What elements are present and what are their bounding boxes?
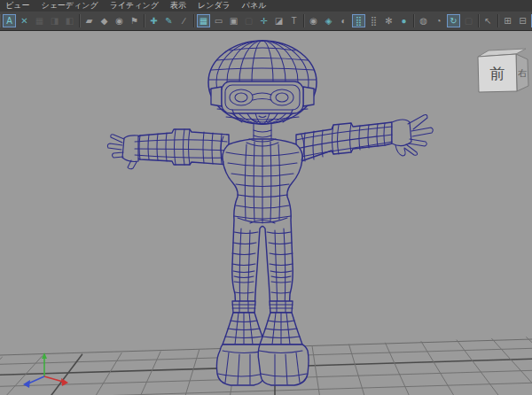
snap-curve-icon[interactable]: ◨: [48, 14, 61, 27]
left-boot: [216, 301, 266, 385]
toolbar-group: ▰◆◉⚑: [80, 14, 145, 27]
texture-grid-off-icon[interactable]: ⣿: [367, 14, 380, 27]
panel-menu-bar: ビュー シェーディング ライティング 表示 レンダラ パネル: [0, 0, 532, 12]
select-camera-icon[interactable]: ▰: [82, 14, 96, 27]
exposure-toggle-icon[interactable]: ↻: [447, 14, 460, 27]
toolbar-group: ◉◈◐⣿⣿✻●: [304, 14, 414, 27]
menu-show[interactable]: 表示: [170, 0, 186, 12]
layout-four-pane-icon[interactable]: ⊟: [516, 14, 529, 27]
wheel-display-icon[interactable]: ◉: [307, 14, 320, 27]
layout-single-pane-icon[interactable]: ⊞: [501, 14, 514, 27]
toolbar-group: ↖: [479, 14, 498, 27]
marquee-select-icon[interactable]: ✕: [18, 14, 31, 27]
camera-attributes-icon[interactable]: ◉: [113, 14, 126, 27]
texture-grid-on-icon[interactable]: ⣿: [352, 14, 365, 27]
select-highlight-toggle[interactable]: A: [3, 14, 16, 27]
default-material-icon[interactable]: ◈: [322, 14, 335, 27]
menu-lighting[interactable]: ライティング: [110, 0, 159, 12]
toolbar-group: A✕▦◨◧: [0, 14, 80, 27]
right-boot: [258, 301, 309, 385]
torso-and-legs: [221, 135, 304, 312]
menu-shading[interactable]: シェーディング: [41, 0, 98, 12]
plane-mode-icon[interactable]: ◔: [432, 14, 445, 27]
lighting-display-icon[interactable]: ▢: [242, 14, 255, 27]
camera-pan-icon[interactable]: ◆: [98, 14, 111, 27]
field-chart-icon[interactable]: T: [287, 14, 301, 27]
view-cube-front-label: 前: [490, 66, 505, 82]
shadow-display-icon[interactable]: ◐: [337, 14, 350, 27]
bookmark-icon[interactable]: ⚑: [128, 14, 141, 27]
gamma-toggle-icon[interactable]: ▢: [462, 14, 475, 27]
maya-viewport-panel: ビュー シェーディング ライティング 表示 レンダラ パネル A✕▦◨◧▰◆◉⚑…: [0, 0, 532, 395]
resolution-gate-icon[interactable]: ✛: [257, 14, 270, 27]
menu-view[interactable]: ビュー: [5, 0, 29, 12]
menu-panels[interactable]: パネル: [242, 0, 267, 12]
pencil-slash-icon[interactable]: ∕: [177, 14, 191, 27]
textured-display-icon[interactable]: ▣: [227, 14, 240, 27]
toolbar-group: ⊞⊟✎: [498, 14, 532, 27]
film-gate-icon[interactable]: ◪: [272, 14, 286, 27]
image-plane-icon[interactable]: ✚: [147, 14, 160, 27]
toolbar-group: ◍◔↻▢: [414, 14, 479, 27]
use-all-lights-icon[interactable]: ✻: [382, 14, 395, 27]
panel-toolbar: A✕▦◨◧▰◆◉⚑✚✎∕▦▭▣▢✛◪T◉◈◐⣿⣿✻●◍◔↻▢↖⊞⊟✎↺0.00◑: [0, 12, 532, 31]
axis-gizmo: [23, 352, 68, 388]
menu-renderer[interactable]: レンダラ: [198, 0, 231, 12]
view-cube[interactable]: 前 右: [475, 48, 532, 97]
isolate-select-icon[interactable]: ◍: [417, 14, 430, 27]
shaded-display-icon[interactable]: ▭: [212, 14, 225, 27]
snap-grid-icon[interactable]: ▦: [33, 14, 46, 27]
snap-point-icon[interactable]: ◧: [63, 14, 76, 27]
grease-pencil-icon[interactable]: ✎: [162, 14, 176, 27]
wireframe-display-icon[interactable]: ▦: [197, 14, 210, 27]
left-arm: [107, 129, 229, 169]
xray-display-icon[interactable]: ●: [397, 14, 411, 27]
right-arm: [296, 114, 433, 163]
toolbar-group: ✚✎∕: [145, 14, 194, 27]
view-cube-side-label: 右: [518, 68, 527, 78]
cursor-context-icon[interactable]: ↖: [481, 14, 495, 27]
toolbar-group: ▦▭▣▢✛◪T: [194, 14, 304, 27]
character-wireframe-mesh[interactable]: [107, 41, 433, 385]
perspective-viewport[interactable]: 前 右: [0, 31, 532, 395]
